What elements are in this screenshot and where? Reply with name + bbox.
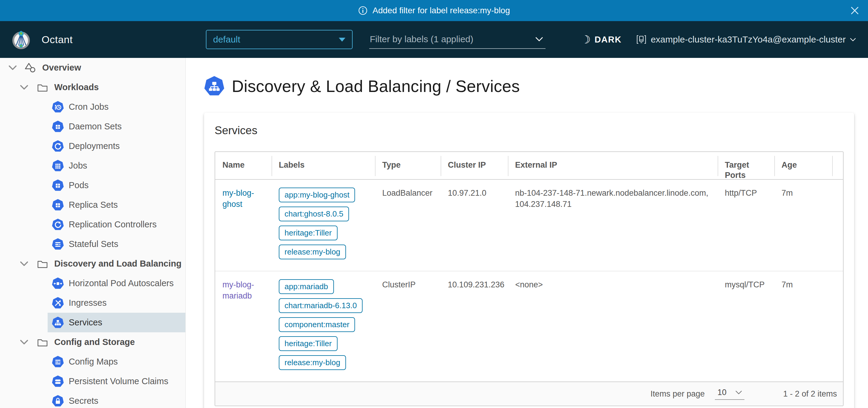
- label-chip[interactable]: chart:mariadb-6.13.0: [279, 298, 363, 313]
- card-title: Services: [215, 124, 844, 137]
- label-chip[interactable]: app:my-blog-ghost: [279, 187, 355, 202]
- cluster-icon: [636, 35, 647, 44]
- services-icon: [204, 76, 224, 96]
- label-chip[interactable]: release:my-blog: [279, 355, 346, 370]
- table-row: my-blog-mariadb app:mariadb chart:mariad…: [215, 271, 843, 381]
- sidebar-item-jobs[interactable]: Jobs: [0, 156, 185, 175]
- label-chip[interactable]: component:master: [279, 317, 355, 332]
- column-header-labels: Labels: [272, 152, 375, 179]
- cluster-ip-cell: 10.109.231.236: [441, 271, 508, 381]
- folder-icon: [37, 83, 48, 92]
- type-cell: ClusterIP: [375, 271, 441, 381]
- app-title: Octant: [41, 34, 73, 46]
- column-header-external-ip: External IP: [508, 152, 718, 179]
- labels-cell: app:mariadb chart:mariadb-6.13.0 compone…: [272, 271, 375, 381]
- jobs-icon: [52, 160, 64, 172]
- name-cell: my-blog-ghost: [215, 180, 272, 271]
- table-header-row: Name Labels Type Cluster IP External IP …: [215, 152, 843, 179]
- sidebar-item-pods[interactable]: Pods: [0, 175, 185, 195]
- chevron-down-icon: [735, 390, 742, 395]
- column-header-name: Name: [215, 152, 272, 179]
- stateful-sets-icon: [52, 238, 64, 250]
- cron-jobs-icon: [52, 101, 64, 113]
- sidebar-item-ingresses[interactable]: Ingresses: [0, 293, 185, 313]
- chevron-down-icon[interactable]: [20, 340, 28, 345]
- sidebar-item-deployments[interactable]: Deployments: [0, 136, 185, 156]
- page-title: Discovery & Load Balancing / Services: [232, 77, 520, 96]
- services-icon: [52, 317, 64, 329]
- applications-icon: [24, 62, 37, 74]
- chevron-down-icon: [850, 38, 856, 41]
- moon-icon: ☾: [580, 34, 591, 45]
- labels-cell: app:my-blog-ghost chart:ghost-8.0.5 heri…: [272, 180, 375, 271]
- persistent-volume-claims-icon: [52, 375, 64, 387]
- folder-icon: [37, 259, 48, 269]
- age-cell: 7m: [774, 180, 832, 271]
- sidebar-item-secrets[interactable]: Secrets: [0, 391, 185, 408]
- sidebar-item-cron-jobs[interactable]: Cron Jobs: [0, 97, 185, 117]
- sidebar-item-replica-sets[interactable]: Replica Sets: [0, 195, 185, 215]
- label-chip[interactable]: release:my-blog: [279, 244, 346, 259]
- type-cell: LoadBalancer: [375, 180, 441, 271]
- folder-icon: [37, 338, 48, 347]
- cluster-context-dropdown[interactable]: example-cluster-ka3TuTzYo4a@example-clus…: [636, 34, 856, 45]
- target-ports-cell: http/TCP: [718, 180, 774, 271]
- table-row: my-blog-ghost app:my-blog-ghost chart:gh…: [215, 179, 843, 271]
- label-chip[interactable]: app:mariadb: [279, 279, 334, 294]
- age-cell: 7m: [774, 271, 832, 381]
- replica-sets-icon: [52, 199, 64, 211]
- chevron-down-icon: [535, 37, 543, 41]
- service-link[interactable]: my-blog-ghost: [222, 188, 254, 209]
- label-chip[interactable]: heritage:Tiller: [279, 336, 338, 351]
- banner-close-icon[interactable]: [850, 6, 860, 16]
- sidebar-item-horizontal-pod-autoscalers[interactable]: Horizontal Pod Autoscalers: [0, 273, 185, 293]
- chevron-down-icon[interactable]: [20, 85, 28, 90]
- sidebar-item-services[interactable]: Services: [0, 313, 185, 332]
- dark-theme-toggle[interactable]: ☾ DARK: [580, 34, 621, 45]
- horizontal-pod-autoscalers-icon: [52, 278, 64, 290]
- name-cell: my-blog-mariadb: [215, 271, 272, 381]
- sidebar-item-config-maps[interactable]: Config Maps: [0, 352, 185, 372]
- sidebar-item-persistent-volume-claims[interactable]: Persistent Volume Claims: [0, 372, 185, 391]
- sidebar-item-daemon-sets[interactable]: Daemon Sets: [0, 117, 185, 136]
- sidebar-group-discovery-and-load-balancing[interactable]: Discovery and Load Balancing: [0, 254, 185, 273]
- sidebar-item-overview[interactable]: Overview: [0, 58, 185, 78]
- secrets-icon: [52, 395, 64, 407]
- pods-icon: [52, 179, 64, 192]
- label-filter-value: Filter by labels (1 applied): [370, 34, 473, 44]
- sidebar-group-workloads[interactable]: Workloads: [0, 78, 185, 97]
- items-per-page-label: Items per page: [650, 389, 705, 399]
- label-chip[interactable]: chart:ghost-8.0.5: [279, 207, 349, 221]
- namespace-dropdown[interactable]: default: [206, 30, 352, 49]
- external-ip-cell: nb-104-237-148-71.newark.nodebalancer.li…: [508, 180, 718, 271]
- label-chip[interactable]: heritage:Tiller: [279, 226, 338, 240]
- pagination-range-label: 1 - 2 of 2 items: [783, 389, 837, 399]
- sidebar-item-replication-controllers[interactable]: Replication Controllers: [0, 215, 185, 234]
- daemon-sets-icon: [52, 121, 64, 133]
- service-link[interactable]: my-blog-mariadb: [222, 280, 254, 300]
- sidebar-group-config-and-storage[interactable]: Config and Storage: [0, 332, 185, 352]
- main-content: Discovery & Load Balancing / Services Se…: [186, 58, 868, 408]
- column-header-type: Type: [375, 152, 441, 179]
- sidebar-item-stateful-sets[interactable]: Stateful Sets: [0, 234, 185, 254]
- dark-toggle-label: DARK: [595, 35, 622, 45]
- services-table: Name Labels Type Cluster IP External IP …: [215, 151, 844, 406]
- chevron-down-icon[interactable]: [20, 261, 28, 266]
- cluster-context-value: example-cluster-ka3TuTzYo4a@example-clus…: [651, 34, 846, 45]
- namespace-value: default: [213, 34, 240, 45]
- items-per-page-select[interactable]: 10: [715, 388, 744, 400]
- config-maps-icon: [52, 356, 64, 368]
- octant-logo-icon: [12, 30, 30, 50]
- external-ip-cell: <none>: [508, 271, 718, 381]
- replication-controllers-icon: [52, 218, 64, 231]
- table-footer: Items per page 10 1 - 2 of 2 items: [215, 381, 843, 406]
- info-icon: [358, 6, 368, 16]
- target-ports-cell: mysql/TCP: [718, 271, 774, 381]
- column-header-cluster-ip: Cluster IP: [441, 152, 508, 179]
- label-filter-dropdown[interactable]: Filter by labels (1 applied): [369, 30, 546, 49]
- notification-banner: Added filter for label release:my-blog: [0, 0, 868, 21]
- app-header: Octant default Filter by labels (1 appli…: [0, 21, 868, 58]
- ingresses-icon: [52, 297, 64, 309]
- cluster-ip-cell: 10.97.21.0: [441, 180, 508, 271]
- chevron-down-icon[interactable]: [8, 65, 17, 70]
